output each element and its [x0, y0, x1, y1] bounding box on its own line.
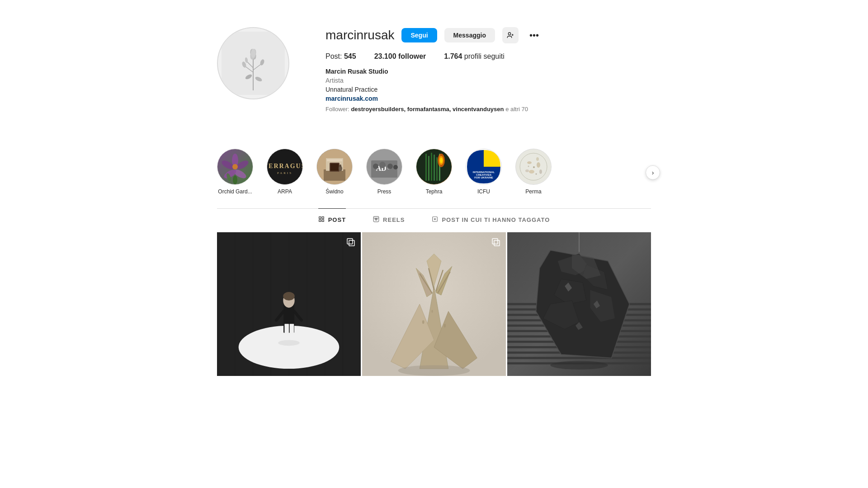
followers-preview-label: Follower: — [326, 106, 349, 113]
svg-point-63 — [539, 169, 542, 174]
svg-point-64 — [525, 169, 529, 172]
profile-bio: Unnatural Practice — [326, 86, 651, 93]
tagged-tab-icon — [432, 216, 438, 224]
svg-point-111 — [443, 324, 446, 328]
svg-point-23 — [233, 175, 237, 184]
svg-rect-114 — [492, 239, 498, 244]
highlight-icfu-circle: INTERNATIONAL CREATIVES FOR UKRAINE — [466, 149, 502, 185]
posts-count: 545 — [344, 52, 356, 60]
post-item-2[interactable] — [362, 232, 506, 376]
highlight-orchid-circle — [217, 149, 253, 185]
svg-rect-48 — [434, 155, 435, 181]
svg-rect-70 — [322, 217, 324, 219]
svg-point-43 — [393, 165, 398, 169]
tab-tagged-label: POST IN CUI TI HANNO TAGGATO — [442, 216, 550, 223]
svg-point-61 — [537, 162, 540, 168]
svg-rect-46 — [428, 156, 429, 181]
highlight-orchid-label: Orchid Gard... — [218, 188, 252, 195]
add-person-button[interactable] — [502, 27, 519, 43]
svg-point-53 — [440, 158, 443, 163]
svg-point-113 — [398, 365, 470, 376]
post-item-1[interactable] — [217, 232, 361, 376]
svg-rect-91 — [284, 324, 289, 342]
svg-point-112 — [431, 310, 433, 313]
highlight-swidno-circle — [316, 149, 353, 185]
svg-rect-72 — [322, 220, 324, 221]
svg-text:PARIS: PARIS — [277, 171, 292, 175]
svg-rect-71 — [319, 220, 321, 221]
avatar — [217, 27, 289, 99]
svg-rect-49 — [436, 157, 438, 181]
svg-point-66 — [533, 166, 535, 168]
svg-point-95 — [278, 340, 300, 346]
svg-rect-47 — [431, 153, 432, 181]
highlight-tephra-label: Tephra — [426, 188, 443, 195]
svg-point-22 — [232, 164, 238, 169]
svg-rect-92 — [290, 324, 294, 342]
highlight-swidno[interactable]: Świdno — [316, 149, 353, 195]
highlight-press-label: Press — [377, 188, 392, 195]
post-item-3[interactable] — [507, 232, 651, 376]
post-carousel-icon-1 — [346, 238, 355, 249]
posts-grid — [217, 232, 651, 376]
following-label: profili seguiti — [464, 52, 505, 60]
post-tab-icon — [318, 216, 325, 224]
highlight-perma-circle — [515, 149, 552, 185]
highlight-tephra-circle — [416, 149, 452, 185]
svg-point-68 — [528, 166, 529, 167]
svg-text:FOR UKRAINE: FOR UKRAINE — [474, 176, 493, 179]
highlight-icfu-label: ICFU — [477, 188, 490, 195]
highlight-icfu[interactable]: INTERNATIONAL CREATIVES FOR UKRAINE ICFU — [466, 149, 502, 195]
svg-rect-115 — [494, 240, 500, 246]
stats-row: Post: 545 23.100 follower 1.764 profili … — [326, 52, 651, 61]
followers-more[interactable]: e altri 70 — [505, 106, 528, 113]
svg-point-7 — [251, 49, 255, 58]
message-button[interactable]: Messaggio — [444, 28, 495, 42]
highlight-arpa-circle: FERRAGUS PARIS — [267, 149, 303, 185]
profile-header: marcinrusak Segui Messaggio ••• Post: — [217, 18, 651, 122]
svg-rect-69 — [319, 217, 321, 219]
highlight-perma-label: Perma — [525, 188, 541, 195]
svg-point-140 — [550, 361, 608, 370]
follower-names[interactable]: destroyersbuilders, formafantasma, vince… — [351, 106, 504, 113]
followers-count: 23.100 follower — [374, 52, 426, 60]
svg-point-75 — [376, 219, 376, 219]
svg-point-65 — [536, 157, 539, 161]
highlights-row: Orchid Gard... FERRAGUS PARIS ARPA — [217, 140, 651, 208]
svg-point-67 — [536, 174, 537, 175]
profile-info: marcinrusak Segui Messaggio ••• Post: — [326, 27, 651, 113]
highlight-arpa[interactable]: FERRAGUS PARIS ARPA — [267, 149, 303, 195]
highlight-tephra[interactable]: Tephra — [416, 149, 452, 195]
svg-rect-45 — [425, 154, 427, 181]
profile-category: Artista — [326, 77, 651, 84]
more-options-button[interactable]: ••• — [526, 28, 542, 42]
tab-tagged[interactable]: POST IN CUI TI HANNO TAGGATO — [432, 208, 550, 231]
svg-point-34 — [340, 164, 341, 167]
following-count: 1.764 — [444, 52, 462, 60]
svg-point-110 — [422, 320, 425, 324]
profile-display-name: Marcin Rusak Studio — [326, 68, 651, 75]
highlight-orchid[interactable]: Orchid Gard... — [217, 149, 253, 195]
highlight-press-circle: AD ○ — [366, 149, 402, 185]
svg-point-90 — [283, 292, 294, 300]
followers-preview: Follower: destroyersbuilders, formafanta… — [326, 106, 651, 113]
tab-post[interactable]: POST — [318, 208, 346, 231]
svg-point-13 — [508, 33, 510, 35]
svg-point-62 — [529, 170, 534, 174]
profile-link[interactable]: marcinrusak.com — [326, 95, 651, 102]
posts-label: Post: — [326, 52, 342, 60]
highlight-press[interactable]: AD ○ Press — [366, 149, 402, 195]
posts-stat: Post: 545 — [326, 52, 356, 61]
highlight-perma[interactable]: Perma — [515, 149, 552, 195]
svg-rect-35 — [327, 159, 342, 161]
tab-reels-label: REELS — [383, 216, 405, 223]
avatar-wrapper — [217, 27, 289, 99]
svg-rect-97 — [349, 240, 354, 246]
tab-reels[interactable]: REELS — [373, 208, 405, 231]
tab-post-label: POST — [328, 216, 346, 223]
highlights-next-button[interactable]: › — [646, 165, 660, 180]
svg-text:FERRAGUS: FERRAGUS — [267, 163, 302, 169]
follow-button[interactable]: Segui — [401, 28, 437, 42]
following-stat[interactable]: 1.764 profili seguiti — [444, 52, 504, 61]
followers-stat[interactable]: 23.100 follower — [374, 52, 426, 61]
